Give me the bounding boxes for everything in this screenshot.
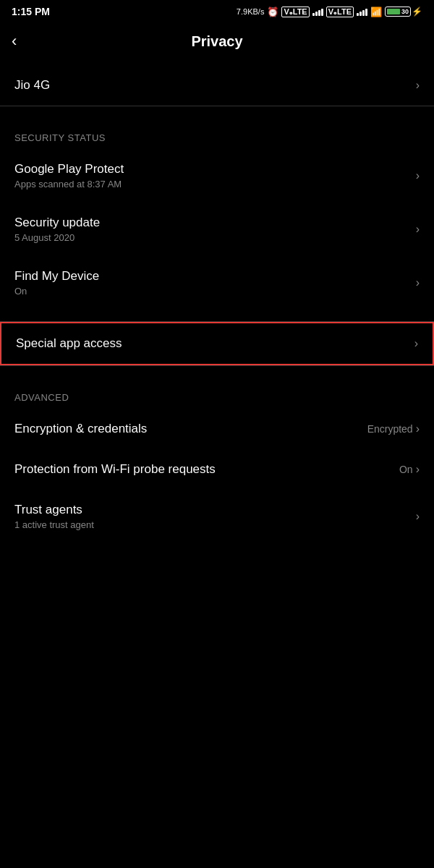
trust-agents-item[interactable]: Trust agents 1 active trust agent › bbox=[0, 490, 434, 543]
google-play-protect-item[interactable]: Google Play Protect Apps scanned at 8:37… bbox=[0, 149, 434, 203]
trust-agents-chevron: › bbox=[416, 510, 420, 523]
spacer-2 bbox=[0, 310, 434, 321]
battery-indicator: 30 ⚡ bbox=[385, 7, 422, 17]
advanced-header: Advanced bbox=[0, 378, 434, 409]
google-play-protect-title: Google Play Protect bbox=[14, 162, 416, 176]
special-app-access-title: Special app access bbox=[16, 336, 414, 351]
special-app-access-item[interactable]: Special app access › bbox=[0, 322, 434, 365]
encryption-credentials-value: Encrypted bbox=[367, 423, 413, 435]
status-icons: 7.9KB/s ⏰ VₒLTE VₒLTE 📶 30 ⚡ bbox=[237, 7, 422, 17]
find-my-device-chevron: › bbox=[416, 276, 420, 289]
status-bar: 1:15 PM 7.9KB/s ⏰ VₒLTE VₒLTE 📶 30 ⚡ bbox=[0, 0, 434, 20]
signal1-bars bbox=[312, 7, 323, 16]
network2-icon: VₒLTE bbox=[326, 7, 354, 17]
page-title: Privacy bbox=[191, 33, 242, 50]
wifi-probe-chevron: › bbox=[416, 463, 420, 476]
find-my-device-title: Find My Device bbox=[14, 269, 416, 284]
security-update-chevron: › bbox=[416, 223, 420, 236]
battery-percent: 30 bbox=[401, 8, 409, 15]
alarm-icon: ⏰ bbox=[267, 7, 278, 17]
security-status-header: Security Status bbox=[0, 118, 434, 149]
google-play-protect-subtitle: Apps scanned at 8:37 AM bbox=[14, 179, 416, 190]
trust-agents-subtitle: 1 active trust agent bbox=[14, 519, 416, 530]
encryption-credentials-chevron: › bbox=[416, 422, 420, 435]
jio-4g-title: Jio 4G bbox=[14, 78, 416, 93]
security-update-title: Security update bbox=[14, 216, 416, 230]
find-my-device-item[interactable]: Find My Device On › bbox=[0, 256, 434, 310]
speed-indicator: 7.9KB/s bbox=[237, 7, 265, 16]
jio-4g-item[interactable]: Jio 4G › bbox=[0, 65, 434, 106]
trust-agents-title: Trust agents bbox=[14, 503, 416, 517]
wifi-probe-value: On bbox=[399, 464, 413, 475]
special-app-access-chevron: › bbox=[414, 337, 418, 350]
wifi-probe-item[interactable]: Protection from Wi-Fi probe requests On … bbox=[0, 449, 434, 490]
encryption-credentials-title: Encryption & credentials bbox=[14, 422, 367, 436]
google-play-protect-chevron: › bbox=[416, 169, 420, 182]
encryption-credentials-item[interactable]: Encryption & credentials Encrypted › bbox=[0, 409, 434, 449]
status-time: 1:15 PM bbox=[12, 6, 50, 17]
charging-icon: ⚡ bbox=[412, 7, 422, 17]
security-update-subtitle: 5 August 2020 bbox=[14, 232, 416, 243]
find-my-device-subtitle: On bbox=[14, 286, 416, 297]
wifi-icon: 📶 bbox=[370, 7, 382, 17]
signal2-bars bbox=[357, 7, 367, 16]
page-header: ‹ Privacy bbox=[0, 20, 434, 65]
spacer-3 bbox=[0, 366, 434, 378]
security-update-item[interactable]: Security update 5 August 2020 › bbox=[0, 203, 434, 256]
back-button[interactable]: ‹ bbox=[12, 29, 22, 54]
network1-icon: VₒLTE bbox=[281, 7, 309, 17]
spacer-1 bbox=[0, 106, 434, 118]
jio-4g-chevron: › bbox=[416, 79, 420, 92]
wifi-probe-title: Protection from Wi-Fi probe requests bbox=[14, 462, 399, 477]
